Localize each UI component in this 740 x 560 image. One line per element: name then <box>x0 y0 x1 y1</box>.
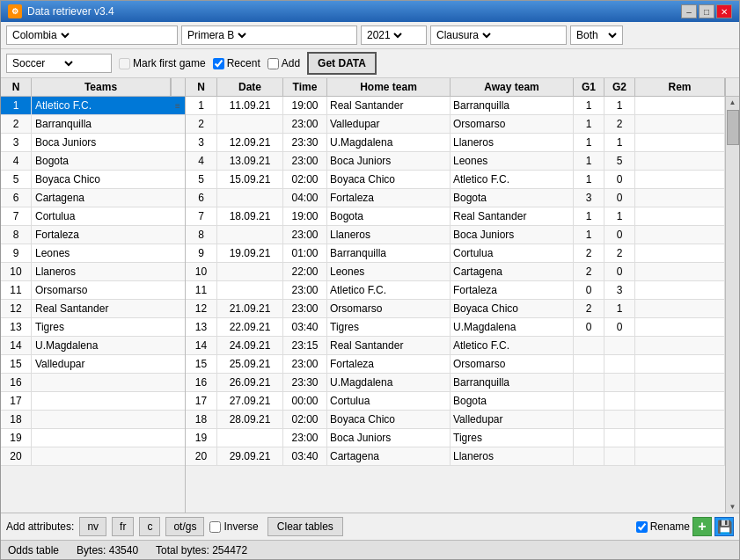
team-row[interactable]: 1 Atletico F.C. ≡ <box>1 97 185 115</box>
data-row[interactable]: 4 13.09.21 23:00 Boca Juniors Leones 1 5 <box>186 152 725 171</box>
dcell-rem <box>635 226 725 244</box>
dcell-date <box>217 429 283 447</box>
country-select[interactable]: Colombia Argentina Brazil <box>9 26 72 44</box>
data-row[interactable]: 3 12.09.21 23:30 U.Magdalena Llaneros 1 … <box>186 134 725 152</box>
year-dropdown[interactable]: 2021 2020 2019 <box>361 25 427 45</box>
team-row[interactable]: 12 Real Santander <box>1 300 185 318</box>
data-col-header-rem: Rem <box>635 78 725 96</box>
data-row[interactable]: 11 23:00 Atletico F.C. Fortaleza 0 3 <box>186 281 725 300</box>
team-row[interactable]: 19 <box>1 429 185 447</box>
team-row[interactable]: 5 Boyaca Chico <box>1 171 185 189</box>
attr-otgs-button[interactable]: ot/gs <box>165 517 204 536</box>
clear-tables-button[interactable]: Clear tables <box>267 517 343 536</box>
dcell-g2: 3 <box>604 281 635 299</box>
data-row[interactable]: 19 23:00 Boca Juniors Tigres <box>186 429 725 447</box>
scope-select[interactable]: Both Home Away <box>573 26 619 44</box>
scroll-thumb[interactable] <box>727 110 739 145</box>
data-row[interactable]: 1 11.09.21 19:00 Real Santander Barranqu… <box>186 97 725 115</box>
team-row[interactable]: 4 Bogota <box>1 152 185 171</box>
attr-nv-button[interactable]: nv <box>79 517 106 536</box>
dcell-n: 13 <box>186 318 217 336</box>
data-row[interactable]: 12 21.09.21 23:00 Orsomarso Boyaca Chico… <box>186 300 725 318</box>
dcell-away: Cartagena <box>451 263 574 280</box>
data-row[interactable]: 8 23:00 Llaneros Boca Juniors 1 0 <box>186 226 725 244</box>
dcell-n: 5 <box>186 171 217 188</box>
data-row[interactable]: 18 28.09.21 02:00 Boyaca Chico Valledupa… <box>186 411 725 429</box>
dcell-home: Fortaleza <box>327 189 451 207</box>
data-panel-inner: 1 11.09.21 19:00 Real Santander Barranqu… <box>186 97 739 513</box>
mark-first-game-checkbox[interactable] <box>119 58 130 69</box>
save-button[interactable]: 💾 <box>714 517 734 536</box>
year-select[interactable]: 2021 2020 2019 <box>363 26 405 44</box>
sport-select[interactable]: Soccer Basketball Hockey <box>9 55 76 72</box>
team-row[interactable]: 8 Fortaleza <box>1 226 185 244</box>
team-row[interactable]: 14 U.Magdalena <box>1 337 185 355</box>
rename-label[interactable]: Rename <box>636 520 690 533</box>
maximize-button[interactable]: □ <box>699 4 714 18</box>
data-row[interactable]: 7 18.09.21 19:00 Bogota Real Santander 1… <box>186 207 725 226</box>
team-row[interactable]: 7 Cortulua <box>1 207 185 226</box>
close-button[interactable]: ✕ <box>716 4 732 18</box>
data-row[interactable]: 17 27.09.21 00:00 Cortulua Bogota <box>186 392 725 411</box>
team-row[interactable]: 17 <box>1 392 185 411</box>
dcell-g1: 2 <box>574 244 604 262</box>
team-row[interactable]: 11 Orsomarso <box>1 281 185 300</box>
league-dropdown[interactable]: Primera B Primera A <box>181 25 357 45</box>
attr-fr-button[interactable]: fr <box>112 517 134 536</box>
minimize-button[interactable]: – <box>681 4 697 18</box>
data-scrollbar[interactable]: ▲ ▼ <box>725 97 739 513</box>
add-green-button[interactable]: + <box>692 517 712 536</box>
dcell-date <box>217 115 283 133</box>
country-dropdown[interactable]: Colombia Argentina Brazil <box>6 25 178 45</box>
team-row[interactable]: 10 Llaneros <box>1 263 185 281</box>
add-checkbox[interactable] <box>267 58 279 69</box>
dcell-g2: 1 <box>604 134 635 151</box>
data-row[interactable]: 15 25.09.21 23:00 Fortaleza Orsomarso <box>186 355 725 374</box>
dcell-home: Orsomarso <box>327 300 451 317</box>
get-data-button[interactable]: Get DATA <box>307 52 377 75</box>
data-row[interactable]: 6 04:00 Fortaleza Bogota 3 0 <box>186 189 725 207</box>
inverse-checkbox[interactable] <box>209 521 221 533</box>
season-dropdown[interactable]: Clausura Apertura <box>430 25 567 45</box>
data-row[interactable]: 5 15.09.21 02:00 Boyaca Chico Atletico F… <box>186 171 725 189</box>
recent-label[interactable]: Recent <box>213 57 260 69</box>
team-row[interactable]: 2 Barranquilla <box>1 115 185 134</box>
dcell-date: 12.09.21 <box>217 134 283 151</box>
data-row[interactable]: 13 22.09.21 03:40 Tigres U.Magdalena 0 0 <box>186 318 725 337</box>
data-row[interactable]: 10 22:00 Leones Cartagena 2 0 <box>186 263 725 281</box>
data-row[interactable]: 9 19.09.21 01:00 Barranquilla Cortulua 2… <box>186 244 725 263</box>
data-row[interactable]: 20 29.09.21 03:40 Cartagena Llaneros <box>186 447 725 466</box>
inverse-label[interactable]: Inverse <box>209 520 258 533</box>
dcell-g1 <box>574 374 604 391</box>
dcell-g2 <box>604 411 635 428</box>
team-row[interactable]: 15 Valledupar <box>1 355 185 374</box>
data-row[interactable]: 16 26.09.21 23:30 U.Magdalena Barranquil… <box>186 374 725 392</box>
add-label[interactable]: Add <box>267 57 300 69</box>
team-row[interactable]: 9 Leones <box>1 244 185 263</box>
league-select[interactable]: Primera B Primera A <box>184 26 249 44</box>
data-row[interactable]: 14 24.09.21 23:15 Real Santander Atletic… <box>186 337 725 355</box>
team-row-name: Cortulua <box>32 207 185 225</box>
data-col-header-g1: G1 <box>574 78 604 96</box>
attr-c-button[interactable]: c <box>139 517 160 536</box>
scope-dropdown[interactable]: Both Home Away <box>570 25 623 45</box>
scroll-up-arrow[interactable]: ▲ <box>728 97 738 108</box>
sport-dropdown[interactable]: Soccer Basketball Hockey <box>6 54 112 73</box>
season-select[interactable]: Clausura Apertura <box>433 26 494 44</box>
team-row[interactable]: 13 Tigres <box>1 318 185 337</box>
scroll-down-arrow[interactable]: ▼ <box>728 501 738 513</box>
team-row[interactable]: 20 <box>1 447 185 466</box>
team-row[interactable]: 6 Cartagena <box>1 189 185 207</box>
recent-checkbox[interactable] <box>213 58 224 69</box>
toolbar-row-1: Colombia Argentina Brazil Primera B Prim… <box>1 22 739 49</box>
dcell-away: Barranquilla <box>451 374 574 391</box>
team-row[interactable]: 3 Boca Juniors <box>1 134 185 152</box>
main-content: N Teams 1 Atletico F.C. ≡ 2 Barranquilla… <box>1 78 739 513</box>
rename-checkbox[interactable] <box>636 521 648 533</box>
data-row[interactable]: 2 23:00 Valledupar Orsomarso 1 2 <box>186 115 725 134</box>
dcell-away: Leones <box>451 152 574 170</box>
team-row[interactable]: 16 <box>1 374 185 392</box>
dcell-away: U.Magdalena <box>451 318 574 336</box>
mark-first-game-label[interactable]: Mark first game <box>119 57 206 69</box>
team-row[interactable]: 18 <box>1 411 185 429</box>
